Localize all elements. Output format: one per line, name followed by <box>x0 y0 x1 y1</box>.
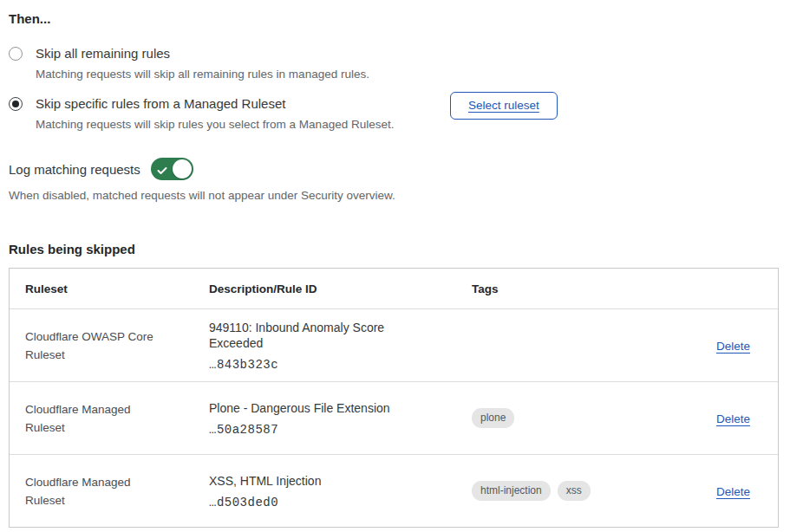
tags-cell: html-injection xss <box>456 481 674 501</box>
option-skip-all-label: Skip all remaining rules <box>36 45 369 62</box>
option-skip-specific-description: Matching requests will skip rules you se… <box>36 117 394 133</box>
delete-cell: Delete <box>674 411 778 426</box>
table-header-row: Ruleset Description/Rule ID Tags <box>10 269 778 308</box>
delete-link[interactable]: Delete <box>716 412 750 425</box>
option-skip-specific-label: Skip specific rules from a Managed Rules… <box>36 95 394 113</box>
column-header-description: Description/Rule ID <box>193 282 456 295</box>
rule-description: 949110: Inbound Anomaly Score Exceeded <box>209 320 435 351</box>
waf-rule-config-page: Then... Skip all remaining rules Matchin… <box>0 0 790 528</box>
radio-skip-all-rules[interactable] <box>9 47 23 61</box>
tag-badge: xss <box>558 481 591 501</box>
rule-description: XSS, HTML Injection <box>209 473 435 489</box>
log-matching-requests-label: Log matching requests <box>9 162 140 177</box>
delete-link[interactable]: Delete <box>716 340 750 353</box>
rule-id: …843b323c <box>209 358 435 372</box>
rule-description-cell: Plone - Dangerous File Extension …50a285… <box>193 400 456 437</box>
tags-cell: plone <box>456 408 674 428</box>
log-toggle-description: When disabled, matched requests will not… <box>9 188 780 204</box>
ruleset-name: Cloudflare OWASP Core Ruleset <box>10 328 174 364</box>
rule-description: Plone - Dangerous File Extension <box>209 400 435 416</box>
table-row: Cloudflare Managed Ruleset XSS, HTML Inj… <box>10 454 778 527</box>
table-row: Cloudflare Managed Ruleset Plone - Dange… <box>10 381 778 454</box>
radio-dot <box>12 101 19 107</box>
then-section-title: Then... <box>9 10 780 28</box>
option-skip-all-rules: Skip all remaining rules Matching reques… <box>9 45 780 82</box>
rule-description-cell: 949110: Inbound Anomaly Score Exceeded …… <box>193 320 456 372</box>
ruleset-name: Cloudflare Managed Ruleset <box>10 400 174 437</box>
column-header-tags: Tags <box>456 282 674 295</box>
option-skip-all-description: Matching requests will skip all remainin… <box>36 67 369 82</box>
rule-id: …d503ded0 <box>209 496 435 509</box>
rule-id: …50a28587 <box>209 423 435 437</box>
delete-link[interactable]: Delete <box>716 485 750 498</box>
log-requests-toggle[interactable] <box>151 158 193 180</box>
ruleset-name: Cloudflare Managed Ruleset <box>10 473 174 509</box>
rule-description-cell: XSS, HTML Injection …d503ded0 <box>193 473 456 509</box>
select-ruleset-button[interactable]: Select ruleset <box>450 92 558 120</box>
radio-skip-specific-rules[interactable] <box>9 97 23 111</box>
column-header-ruleset: Ruleset <box>10 282 193 295</box>
rules-skipped-title: Rules being skipped <box>9 241 780 258</box>
rules-skipped-table: Ruleset Description/Rule ID Tags Cloudfl… <box>9 268 779 528</box>
tag-badge: plone <box>472 408 514 428</box>
check-icon <box>157 164 167 174</box>
log-matching-requests-row: Log matching requests <box>9 158 780 180</box>
toggle-knob <box>173 159 192 178</box>
delete-cell: Delete <box>674 338 778 354</box>
table-row: Cloudflare OWASP Core Ruleset 949110: In… <box>10 308 778 381</box>
tag-badge: html-injection <box>472 481 551 501</box>
option-skip-specific-rules: Skip specific rules from a Managed Rules… <box>9 95 780 133</box>
option-skip-all-body: Skip all remaining rules Matching reques… <box>36 45 369 82</box>
option-skip-specific-body: Skip specific rules from a Managed Rules… <box>36 95 394 133</box>
action-options-group: Skip all remaining rules Matching reques… <box>9 45 780 133</box>
delete-cell: Delete <box>674 483 778 499</box>
